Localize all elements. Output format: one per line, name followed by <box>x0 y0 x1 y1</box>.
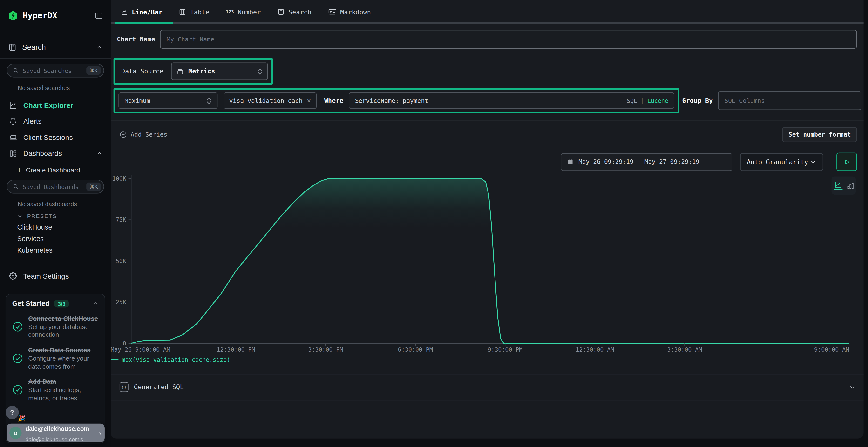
chart-type-tabs: Line/Bar Table 123 Number Search <box>111 0 863 24</box>
get-started-progress-badge: 3/3 <box>54 300 69 307</box>
sidebar-item-alerts[interactable]: Alerts <box>0 113 111 130</box>
sidebar-item-chart-explorer[interactable]: Chart Explorer <box>0 97 111 113</box>
metric-tag-chip[interactable]: visa_validation_cach × <box>224 92 317 109</box>
presets-toggle[interactable]: PRESETS <box>17 213 111 219</box>
sidebar-item-label: Team Settings <box>23 272 69 280</box>
generated-sql-toggle[interactable]: ⟨⟩ Generated SQL <box>111 374 863 400</box>
run-query-button[interactable] <box>836 153 857 171</box>
search-section-header[interactable]: Search <box>0 40 111 54</box>
chart-name-input-wrap <box>160 30 857 49</box>
no-saved-dashboards-text: No saved dashboards <box>18 201 111 207</box>
sidebar-item-label: Chart Explorer <box>23 101 73 109</box>
divider <box>111 55 863 55</box>
where-input[interactable] <box>355 97 627 104</box>
user-menu[interactable]: D dale@clickhouse.com dale@clickhouse.co… <box>7 424 105 442</box>
chevron-up-icon[interactable] <box>92 301 98 307</box>
kbd-shortcut-badge: ⌘K <box>87 66 101 75</box>
sidebar-item-team-settings[interactable]: Team Settings <box>0 268 111 284</box>
hyperdx-logo-icon <box>8 10 18 21</box>
legend-label: max(visa_validation_cache.size) <box>122 356 230 363</box>
presets-label: PRESETS <box>27 213 57 219</box>
sidebar-item-label: Client Sessions <box>23 133 73 141</box>
preset-kubernetes[interactable]: Kubernetes <box>17 244 111 256</box>
main-panel: Line/Bar Table 123 Number Search <box>111 0 863 439</box>
series-area <box>131 179 849 343</box>
aggregation-value: Maximum <box>125 97 150 104</box>
help-button[interactable]: ? <box>5 406 19 419</box>
get-started-item-desc: Configure where your data comes from <box>28 355 89 370</box>
number-123-icon: 123 <box>226 9 234 14</box>
sidebar-item-dashboards[interactable]: Dashboards <box>0 145 111 162</box>
get-started-item-title: Add Data <box>28 378 56 385</box>
chevron-up-icon[interactable] <box>96 150 102 156</box>
play-icon <box>843 159 850 165</box>
get-started-item: Add Data Start sending logs, metrics, or… <box>12 378 99 402</box>
tab-markdown[interactable]: Markdown <box>328 8 371 16</box>
tab-label: Markdown <box>340 8 371 16</box>
divider <box>111 400 863 400</box>
remove-tag-icon[interactable]: × <box>307 97 311 105</box>
sidebar-item-label: Alerts <box>23 117 41 126</box>
app-screen: HyperDX Search ⌘K No saved searches <box>0 0 868 447</box>
group-by-input[interactable] <box>724 97 855 104</box>
get-started-item: Connect to ClickHouse Set up your databa… <box>12 314 99 339</box>
notebook-icon <box>8 43 17 51</box>
plus-icon: + <box>17 166 21 174</box>
check-circle-icon <box>12 353 23 364</box>
get-started-item: Create Data Sources Configure where your… <box>12 346 99 371</box>
set-number-format-button[interactable]: Set number format <box>782 127 857 142</box>
data-source-highlight-box: Data Source Metrics <box>114 58 273 84</box>
bell-icon <box>8 117 18 126</box>
tab-search[interactable]: Search <box>277 8 311 16</box>
chart-legend: max(visa_validation_cache.size) <box>111 356 230 363</box>
chart-controls: May 26 09:29:19 - May 27 09:29:19 Auto G… <box>561 153 857 171</box>
gear-icon <box>8 272 18 280</box>
sidebar-item-client-sessions[interactable]: Client Sessions <box>0 129 111 145</box>
lucene-mode-button[interactable]: Lucene <box>647 97 669 104</box>
preset-clickhouse[interactable]: ClickHouse <box>17 221 111 233</box>
date-range-picker[interactable]: May 26 09:29:19 - May 27 09:29:19 <box>561 153 733 171</box>
add-series-row: Add Series Set number format <box>111 121 863 143</box>
x-tick-label: 6:30:00 PM <box>398 346 433 353</box>
active-tab-indicator <box>115 22 173 24</box>
add-series-button[interactable]: Add Series <box>120 131 167 138</box>
tab-number[interactable]: 123 Number <box>226 8 261 16</box>
preset-services[interactable]: Services <box>17 233 111 244</box>
sql-mode-button[interactable]: SQL <box>627 97 637 104</box>
archive-box-icon <box>177 68 184 75</box>
generated-sql-label: Generated SQL <box>134 383 184 391</box>
get-started-header[interactable]: Get Started 3/3 <box>12 300 99 307</box>
get-started-title: Get Started <box>12 300 50 307</box>
y-tick-label: 25K <box>116 299 126 306</box>
y-tick-label: 50K <box>116 258 126 265</box>
chevron-up-icon[interactable] <box>96 44 102 50</box>
saved-dashboards-field[interactable] <box>23 183 86 190</box>
granularity-select[interactable]: Auto Granularity <box>740 153 823 171</box>
sidebar-item-label: Dashboards <box>23 149 62 158</box>
series-row: Maximum visa_validation_cach × Where SQL… <box>111 88 863 113</box>
tab-label: Number <box>238 8 261 16</box>
y-tick-label: 0 <box>123 340 126 347</box>
partial-get-started-emoji: 🎉 <box>18 415 25 422</box>
chevron-down-icon <box>810 159 817 165</box>
saved-searches-field[interactable] <box>23 67 86 74</box>
tab-line-bar[interactable]: Line/Bar <box>121 8 162 16</box>
data-source-select[interactable]: Metrics <box>171 62 268 80</box>
create-dashboard-button[interactable]: + Create Dashboard <box>17 166 111 174</box>
legend-line-swatch <box>111 359 118 360</box>
tab-table[interactable]: Table <box>179 8 209 16</box>
kbd-shortcut-badge: ⌘K <box>87 182 101 191</box>
data-source-row: Data Source Metrics <box>111 58 863 84</box>
chart-name-input[interactable] <box>166 36 850 43</box>
saved-searches-input[interactable]: ⌘K <box>7 64 104 77</box>
aggregation-select[interactable]: Maximum <box>118 92 217 109</box>
sidebar-collapse-icon[interactable] <box>95 11 103 20</box>
y-tick-label: 100K <box>112 175 126 182</box>
get-started-item-title: Create Data Sources <box>28 347 90 353</box>
search-icon <box>13 67 19 73</box>
add-series-label: Add Series <box>131 131 167 138</box>
tab-label: Search <box>288 8 311 16</box>
list-document-icon <box>277 8 284 15</box>
create-dashboard-label: Create Dashboard <box>26 166 80 174</box>
saved-dashboards-input[interactable]: ⌘K <box>7 180 104 194</box>
